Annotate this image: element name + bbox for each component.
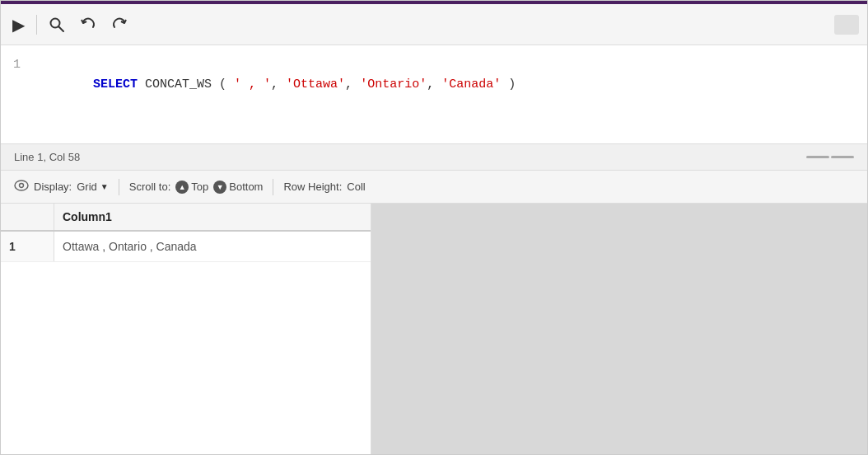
comma-1: , — [271, 77, 286, 91]
scroll-bottom-button[interactable]: ▼ Bottom — [213, 181, 263, 194]
eye-icon — [14, 180, 29, 194]
search-icon — [49, 16, 65, 33]
row-height-label: Row Height: — [283, 181, 342, 193]
search-button[interactable] — [45, 13, 68, 36]
line-number-1: 1 — [1, 55, 34, 75]
cell-1-1: Ottawa , Ontario , Canada — [54, 232, 371, 261]
app-container: ▶ 1 SELECT CONCAT_WS ( ' , ' — [0, 0, 868, 455]
function-name: CONCAT_WS ( — [138, 77, 234, 91]
undo-icon — [80, 16, 96, 33]
status-bar: Line 1, Col 58 — [1, 144, 867, 171]
scroll-bottom-label: Bottom — [229, 181, 263, 193]
scrollbar-line-2 — [831, 156, 854, 158]
row-number-1: 1 — [1, 232, 54, 261]
svg-line-1 — [59, 26, 64, 31]
line-content-1: SELECT CONCAT_WS ( ' , ', 'Ottawa', 'Ont… — [34, 55, 867, 115]
scroll-to-label: Scroll to: — [129, 181, 171, 193]
close-paren: ) — [501, 77, 516, 91]
toolbar-right-area — [834, 15, 859, 35]
results-empty-area — [371, 204, 867, 454]
undo-button[interactable] — [77, 13, 100, 36]
string-canada: 'Canada' — [441, 77, 501, 91]
row-num-header — [1, 204, 54, 230]
editor-area[interactable]: 1 SELECT CONCAT_WS ( ' , ', 'Ottawa', 'O… — [1, 45, 867, 144]
redo-button[interactable] — [108, 13, 131, 36]
row-height-section: Row Height: Coll — [283, 181, 365, 193]
cursor-position: Line 1, Col 58 — [14, 151, 80, 163]
comma-2: , — [345, 77, 360, 91]
display-value: Grid — [77, 181, 97, 193]
dropdown-arrow-icon: ▼ — [100, 182, 109, 191]
editor-line-1: 1 SELECT CONCAT_WS ( ' , ', 'Ottawa', 'O… — [1, 54, 867, 116]
display-section: Display: Grid ▼ — [14, 180, 109, 194]
comma-3: , — [427, 77, 441, 91]
scroll-top-button[interactable]: ▲ Top — [175, 181, 208, 194]
scroll-bottom-icon: ▼ — [213, 181, 226, 194]
results-area: Column1 1 Ottawa , Ontario , Canada — [1, 204, 867, 454]
scrollbar-line-1 — [806, 156, 829, 158]
scroll-top-icon: ▲ — [175, 181, 189, 194]
results-toolbar: Display: Grid ▼ Scroll to: ▲ Top ▼ Botto… — [1, 171, 867, 204]
column-header-1: Column1 — [54, 204, 371, 230]
scroll-section: Scroll to: ▲ Top ▼ Bottom — [129, 181, 264, 194]
separator-2 — [273, 179, 273, 195]
string-ottawa: 'Ottawa' — [286, 77, 345, 91]
string-separator: ' , ' — [234, 77, 271, 91]
table-row: 1 Ottawa , Ontario , Canada — [1, 232, 371, 262]
svg-point-3 — [20, 184, 24, 188]
display-label: Display: — [34, 181, 72, 193]
svg-point-2 — [15, 181, 28, 190]
redo-icon — [111, 16, 128, 33]
toolbar: ▶ — [1, 4, 867, 45]
results-grid: Column1 1 Ottawa , Ontario , Canada — [1, 204, 371, 454]
string-ontario: 'Ontario' — [360, 77, 427, 91]
keyword-select: SELECT — [93, 77, 138, 91]
scroll-top-label: Top — [191, 181, 208, 193]
row-height-value: Coll — [347, 181, 365, 193]
display-select[interactable]: Grid ▼ — [77, 181, 108, 193]
play-button[interactable]: ▶ — [9, 12, 28, 38]
separator-1 — [119, 179, 119, 195]
toolbar-divider-1 — [36, 15, 37, 35]
scrollbar-indicator — [806, 156, 854, 158]
grid-header: Column1 — [1, 204, 371, 232]
